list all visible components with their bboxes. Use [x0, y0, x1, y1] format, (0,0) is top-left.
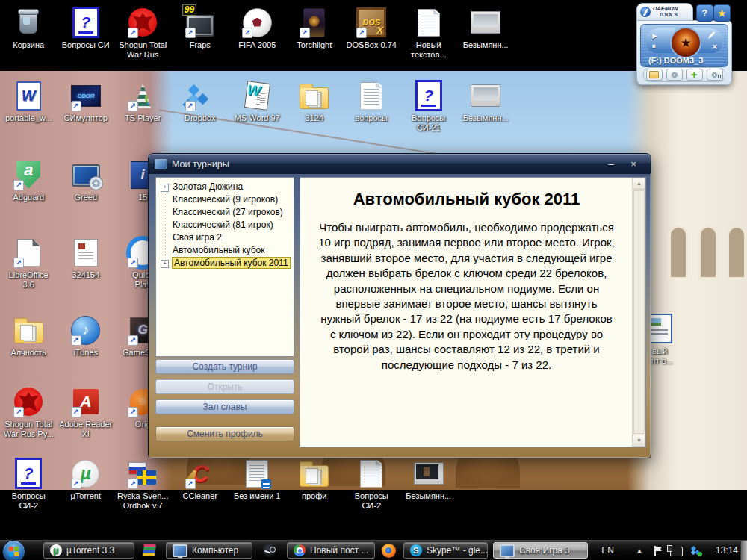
desktop-icon-art [12, 385, 45, 418]
desktop-icon-shogun[interactable]: Shogun Total War Rus Py... [0, 385, 58, 439]
tournament-description: Автомобильный кубок 2011 Чтобы выиграть … [300, 178, 633, 447]
mounted-drive-label[interactable]: (F:) DOOM3_3 [648, 56, 703, 65]
desktop-icon-itunes[interactable]: iTunes [58, 314, 115, 358]
clock[interactable]: 13:14 [716, 545, 738, 556]
unmount-stop-button[interactable]: ■ [652, 43, 656, 49]
desktop-icon-image-thumb-dark[interactable]: Безымянн... [400, 457, 458, 511]
taskbar-button-label: Skype™ - gle... [427, 545, 488, 556]
steam-icon[interactable] [263, 544, 276, 557]
desktop-icon-libreoffice[interactable]: LibreOffice 3.6 [0, 236, 58, 290]
window-title: Мои турниры [172, 159, 600, 169]
tournament-description-panel: Автомобильный кубок 2011 Чтобы выиграть … [300, 177, 646, 447]
taskbar-button-icon [500, 544, 515, 557]
desktop-icon-question-doc[interactable]: Вопросы СИ [58, 6, 115, 60]
desktop-icon-dosbox[interactable]: DOSBox 0.74 [343, 6, 400, 60]
tree-item[interactable]: Классический (27 игроков) [156, 206, 294, 219]
start-button[interactable] [2, 540, 25, 560]
daemon-upgrade-button[interactable]: ★ [713, 4, 731, 22]
taskbar-button-computer-task[interactable]: Своя Игра 3 [493, 542, 588, 559]
desktop-icon-adobe[interactable]: Adobe Reader XI [58, 385, 115, 439]
desktop-icon-word-doc[interactable]: portable_w... [0, 79, 58, 133]
tray-expand-icon[interactable]: ▲ [636, 547, 642, 554]
tree-item-label: Своя игра 2 [173, 232, 222, 243]
hall-of-fame-button[interactable]: Зал славы [155, 399, 294, 414]
desktop-icon-word97[interactable]: MS Word 97 [229, 79, 286, 133]
desktop-icon-utorrent[interactable]: µTorrent [58, 457, 115, 511]
firefox-icon[interactable] [382, 544, 396, 558]
desktop-icon-art [298, 79, 331, 112]
desktop-icon-shogun[interactable]: Shogun Total War Rus [114, 6, 172, 60]
taskbar-button-utorrent-task[interactable]: µTorrent 3.3 [43, 542, 134, 559]
scroll-down-button[interactable] [633, 435, 645, 447]
tree-item[interactable]: Своя игра 2 [156, 231, 294, 244]
desktop: Корзина Вопросы СИ Shogun Total War Rus … [0, 0, 747, 560]
desktop-icon-folder[interactable]: Алчность [0, 314, 58, 358]
window-titlebar[interactable]: Мои турниры – × [149, 154, 651, 174]
desktop-icon-white-thumb[interactable]: 324154 [58, 236, 115, 290]
desktop-icon-recycle-bin[interactable]: Корзина [0, 6, 58, 60]
desktop-icon-dropbox[interactable]: Dropbox [172, 79, 229, 133]
desktop-icon-label: вопросы [356, 113, 388, 123]
desktop-icon-image-thumb[interactable]: Безымянн... [457, 6, 515, 60]
desktop-icon-fifa[interactable]: FIFA 2005 [229, 6, 286, 60]
desktop-icon-art [412, 457, 445, 490]
desktop-icon-text-file[interactable]: вопросы [343, 79, 400, 133]
vertical-scrollbar[interactable] [632, 178, 645, 447]
tree-item[interactable]: Автомобильный кубок [156, 244, 294, 257]
eject-close-button[interactable]: × [713, 43, 717, 51]
show-desktop-button[interactable] [740, 541, 747, 560]
minimize-button[interactable]: – [600, 158, 622, 169]
tree-item[interactable]: Классический (81 игрок) [156, 219, 294, 231]
desktop-icon-art [12, 6, 45, 39]
books-stack-icon[interactable] [143, 544, 156, 556]
desktop-icon-writer-doc[interactable]: Без имени 1 [229, 457, 286, 511]
tree-expander-icon[interactable] [161, 260, 169, 268]
change-profile-button[interactable]: Сменить профиль [155, 426, 294, 441]
disc-image-icon[interactable] [670, 27, 701, 58]
create-tournament-button[interactable]: Создать турнир [155, 359, 294, 374]
taskbar-button-skype-task[interactable]: Skype™ - gle... [403, 542, 488, 559]
open-image-button[interactable] [646, 69, 663, 81]
tree-item[interactable]: Классический (9 игроков) [156, 193, 294, 206]
desktop-icon-fraps[interactable]: Fraps [172, 6, 229, 60]
taskbar-button-chrome-task[interactable]: Новый пост ... [287, 542, 375, 559]
desktop-icon-art [184, 457, 217, 490]
desktop-icon-flags[interactable]: Ryska-Sven... Ordbok v.7 [114, 457, 172, 511]
desktop-icon-question-doc[interactable]: Вопросы СИ-2 [0, 457, 58, 511]
daemon-body: ▶ ■ × (F:) DOOM3_3 [636, 20, 732, 85]
shortcut-arrow-icon [185, 28, 196, 38]
desktop-icon-folder[interactable]: 3124 [286, 79, 344, 133]
desktop-icon-ccleaner[interactable]: CCleaner [172, 457, 229, 511]
desktop-icon-art [12, 79, 45, 112]
desktop-icon-question-doc[interactable]: Вопросы СИ-21 [400, 79, 458, 133]
add-image-button[interactable] [686, 69, 703, 81]
desktop-icon-art [241, 6, 273, 39]
desktop-icon-adguard[interactable]: Adguard [0, 158, 58, 202]
tree-item[interactable]: Золотая Дюжина [156, 181, 294, 193]
device-button[interactable] [707, 69, 723, 81]
close-button[interactable]: × [622, 158, 645, 169]
daemon-brand-tab[interactable]: DAEMON TOOLS [636, 3, 693, 21]
tree-item[interactable]: Автомобильный кубок 2011 [156, 257, 294, 270]
mount-play-button[interactable]: ▶ [652, 33, 657, 40]
desktop-icon-image-thumb[interactable]: Безымянн... [457, 79, 515, 133]
desktop-icon-text-file[interactable]: Вопросы СИ-2 [343, 457, 400, 511]
scroll-up-button[interactable] [633, 178, 645, 190]
action-center-flag-icon[interactable] [654, 546, 663, 556]
desktop-icon-folder[interactable]: профи [286, 457, 344, 511]
desktop-icon-label: FIFA 2005 [238, 40, 276, 50]
tree-expander-icon[interactable] [161, 184, 169, 192]
scrollbar-thumb[interactable] [633, 190, 645, 434]
daemon-help-button[interactable]: ? [696, 4, 713, 22]
desktop-icon-greed[interactable]: Greed [58, 158, 115, 202]
desktop-icon-torchlight[interactable]: Torchlight [286, 6, 344, 60]
desktop-icon-text-file[interactable]: Новый текстов... [400, 6, 458, 60]
desktop-icon-ts-player[interactable]: TS Player [114, 79, 172, 133]
taskbar-button-computer-task[interactable]: Компьютер [166, 542, 252, 559]
dropbox-tray-icon[interactable] [690, 546, 702, 556]
language-indicator[interactable]: EN [601, 545, 614, 556]
desktop-icon-art [12, 457, 45, 490]
desktop-icon-svoya-igra[interactable]: СИмулятор [58, 79, 115, 133]
network-icon[interactable] [670, 547, 683, 556]
image-catalog-button[interactable] [666, 69, 683, 81]
